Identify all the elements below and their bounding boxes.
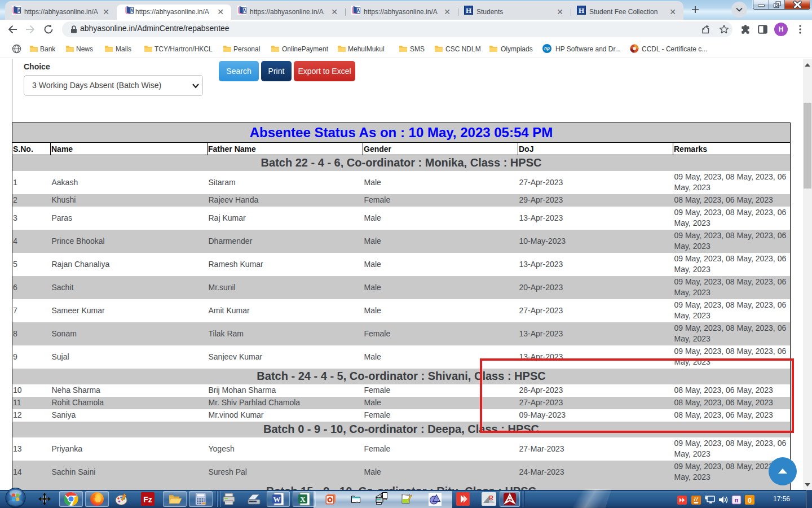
svg-text:0: 0	[748, 497, 752, 505]
svg-text:H: H	[579, 6, 584, 15]
svg-text:Fz: Fz	[143, 495, 152, 504]
svg-text:W: W	[273, 495, 281, 503]
svg-text:H: H	[466, 6, 471, 15]
svg-text:n: n	[735, 496, 739, 504]
svg-text:R: R	[489, 494, 493, 501]
svg-text:X: X	[300, 495, 306, 503]
